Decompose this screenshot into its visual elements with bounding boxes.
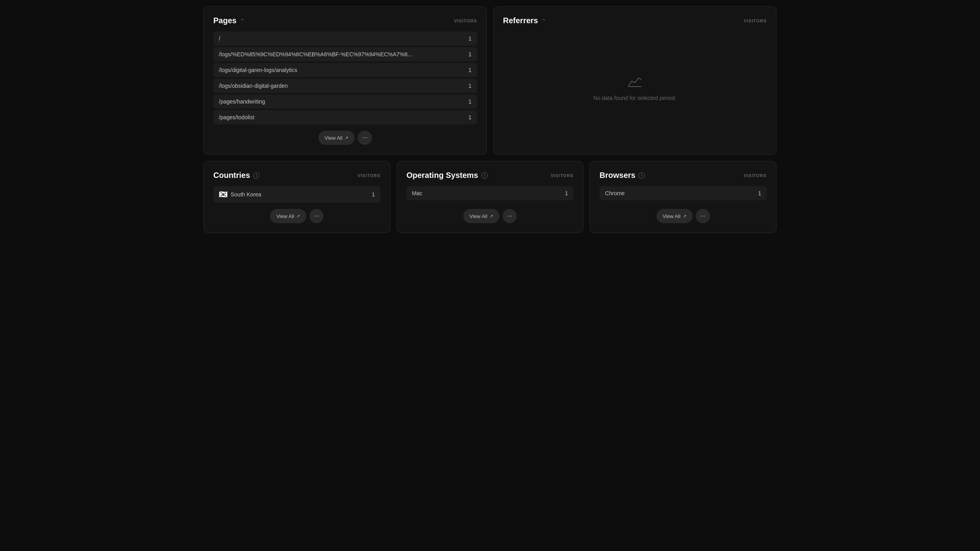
table-row[interactable]: Chrome 1 [599, 186, 767, 200]
browsers-more-button[interactable]: ··· [696, 209, 710, 223]
page-path: /pages/handwriting [219, 98, 265, 105]
more-dots-icon: ··· [314, 213, 319, 220]
expand-icon: ↗ [296, 214, 300, 219]
table-row[interactable]: Mac 1 [407, 186, 574, 200]
pages-title-group: Pages ⌃ [213, 16, 244, 25]
page-path: / [219, 35, 220, 42]
pages-sort-icon[interactable]: ⌃ [240, 18, 244, 24]
referrers-title: Referrers [503, 16, 538, 25]
pages-visitors-label: VISITORS [454, 18, 477, 23]
countries-card-header: Countries i VISITORS [213, 171, 381, 180]
os-count: 1 [565, 190, 568, 196]
expand-icon: ↗ [345, 135, 348, 141]
page-count: 1 [468, 114, 472, 120]
browsers-view-all-button[interactable]: View All ↗ [656, 209, 693, 223]
countries-more-button[interactable]: ··· [309, 209, 324, 223]
country-flag: 🇰🇷 [219, 190, 227, 199]
empty-chart-icon [628, 76, 642, 90]
referrers-empty-text: No data found for selected period. [594, 95, 677, 101]
browsers-info-icon[interactable]: i [638, 172, 645, 179]
referrers-card: Referrers ⌃ VISITORS No data found for s… [493, 6, 777, 155]
browsers-card: Browsers i VISITORS Chrome 1 View All ↗ … [590, 161, 777, 233]
page-count: 1 [468, 67, 472, 73]
table-row[interactable]: /logs/obsidian-digital-garden 1 [213, 79, 477, 93]
pages-card-header: Pages ⌃ VISITORS [213, 16, 477, 25]
bottom-grid: Countries i VISITORS 🇰🇷 South Korea 1 Vi… [203, 161, 777, 233]
countries-view-all-button[interactable]: View All ↗ [270, 209, 306, 223]
pages-more-button[interactable]: ··· [358, 131, 372, 145]
more-dots-icon: ··· [507, 213, 512, 220]
table-row[interactable]: /pages/handwriting 1 [213, 94, 477, 109]
browsers-visitors-label: VISITORS [744, 173, 767, 178]
os-info-icon[interactable]: i [481, 172, 488, 179]
os-title: Operating Systems [407, 171, 478, 180]
pages-view-all-button[interactable]: View All ↗ [318, 131, 355, 145]
os-visitors-label: VISITORS [551, 173, 573, 178]
page-path: /logs/%ED%85%9C%ED%94%8C%EB%A6%BF-%EC%97… [219, 51, 412, 57]
browsers-view-all-label: View All [663, 213, 680, 219]
table-row[interactable]: /logs/digital-garen-logs/analytics 1 [213, 63, 477, 77]
page-count: 1 [468, 51, 472, 57]
referrers-card-header: Referrers ⌃ VISITORS [503, 16, 767, 25]
expand-icon: ↗ [683, 214, 686, 219]
os-name: Mac [412, 190, 422, 196]
os-view-all-button[interactable]: View All ↗ [463, 209, 499, 223]
browsers-title-group: Browsers i [599, 171, 645, 180]
referrers-empty-state: No data found for selected period. [503, 31, 767, 145]
countries-footer: View All ↗ ··· [213, 209, 381, 223]
table-row[interactable]: /pages/todolist 1 [213, 110, 477, 124]
page-path: /pages/todolist [219, 114, 254, 120]
more-dots-icon: ··· [700, 213, 705, 220]
os-more-button[interactable]: ··· [503, 209, 517, 223]
browsers-card-header: Browsers i VISITORS [599, 171, 767, 180]
pages-title: Pages [213, 16, 237, 25]
countries-info-icon[interactable]: i [253, 172, 259, 179]
table-row[interactable]: /logs/%ED%85%9C%ED%94%8C%EB%A6%BF-%EC%97… [213, 47, 477, 61]
countries-view-all-label: View All [276, 213, 294, 219]
pages-footer: View All ↗ ··· [213, 131, 477, 145]
countries-card: Countries i VISITORS 🇰🇷 South Korea 1 Vi… [203, 161, 390, 233]
browser-name: Chrome [605, 190, 625, 196]
page-count: 1 [468, 98, 472, 105]
pages-list: / 1 /logs/%ED%85%9C%ED%94%8C%EB%A6%BF-%E… [213, 31, 477, 124]
page-path: /logs/digital-garen-logs/analytics [219, 67, 297, 73]
browsers-footer: View All ↗ ··· [599, 209, 767, 223]
countries-title: Countries [213, 171, 250, 180]
os-view-all-label: View All [470, 213, 487, 219]
country-name: South Korea [231, 191, 261, 198]
operating-systems-card: Operating Systems i VISITORS Mac 1 View … [397, 161, 584, 233]
os-list: Mac 1 [407, 186, 574, 203]
browsers-title: Browsers [599, 171, 635, 180]
os-footer: View All ↗ ··· [407, 209, 574, 223]
countries-list: 🇰🇷 South Korea 1 [213, 186, 381, 203]
referrers-title-group: Referrers ⌃ [503, 16, 546, 25]
country-count: 1 [372, 191, 375, 198]
more-dots-icon: ··· [362, 134, 367, 141]
table-row[interactable]: / 1 [213, 31, 477, 46]
main-grid: Pages ⌃ VISITORS / 1 /logs/%ED%85%9C%ED%… [203, 6, 777, 233]
pages-card: Pages ⌃ VISITORS / 1 /logs/%ED%85%9C%ED%… [203, 6, 487, 155]
pages-view-all-label: View All [325, 135, 342, 141]
os-title-group: Operating Systems i [407, 171, 488, 180]
page-path: /logs/obsidian-digital-garden [219, 83, 288, 89]
referrers-visitors-label: VISITORS [744, 18, 767, 23]
os-card-header: Operating Systems i VISITORS [407, 171, 574, 180]
country-row-left: 🇰🇷 South Korea [219, 190, 261, 199]
table-row[interactable]: 🇰🇷 South Korea 1 [213, 186, 381, 203]
countries-visitors-label: VISITORS [357, 173, 380, 178]
countries-title-group: Countries i [213, 171, 259, 180]
referrers-sort-icon[interactable]: ⌃ [542, 18, 546, 24]
page-count: 1 [468, 35, 472, 42]
browser-count: 1 [758, 190, 761, 196]
browsers-list: Chrome 1 [599, 186, 767, 203]
page-count: 1 [468, 83, 472, 89]
expand-icon: ↗ [490, 214, 493, 219]
